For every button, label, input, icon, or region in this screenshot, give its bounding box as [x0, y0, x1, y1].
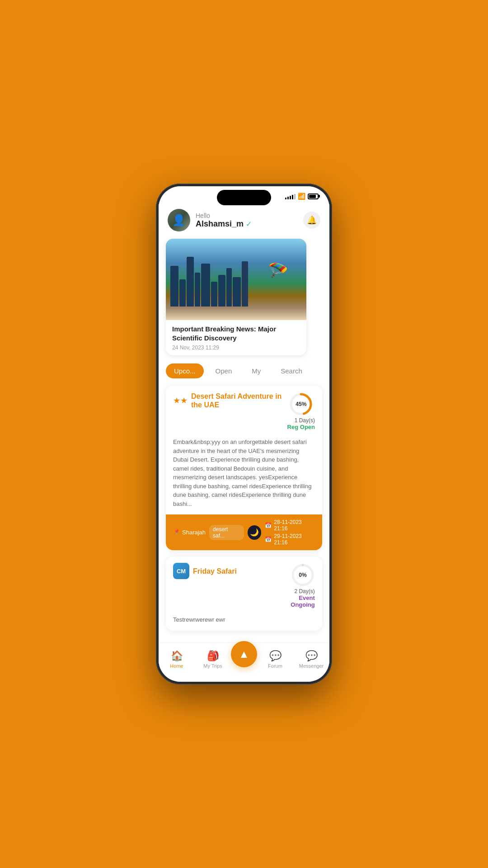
footer-moon-icon: 🌙 — [248, 525, 262, 540]
signal-bar-2 — [287, 197, 289, 199]
event-status-friday: EventOngoing — [291, 594, 314, 608]
tab-open[interactable]: Open — [207, 363, 240, 378]
nav-mytrips[interactable]: 🎒 My Trips — [195, 650, 231, 669]
mytrips-icon: 🎒 — [207, 650, 219, 662]
calendar-icon-end: 📅 — [265, 536, 272, 542]
nav-forum-label: Forum — [268, 663, 282, 669]
event-status-desert: Reg Open — [287, 424, 315, 430]
dynamic-island — [217, 190, 271, 205]
calendar-icon-start: 📅 — [265, 522, 272, 528]
footer-end-date: 📅 29-11-2023 21:16 — [265, 533, 315, 546]
home-icon: 🏠 — [171, 650, 183, 662]
tabs-section: Upco... Open My Search — [159, 361, 329, 383]
hello-text: Hello — [196, 212, 252, 219]
news-title: Important Breaking News: Major Scientifi… — [172, 325, 300, 342]
nav-mytrips-label: My Trips — [203, 663, 222, 669]
avatar-image: 👤 — [168, 209, 190, 231]
signal-bars — [285, 193, 296, 199]
cm-badge: CM — [173, 563, 189, 579]
event-card-top: ★★ Desert Safari Adventure in the UAE 4 — [166, 386, 322, 435]
news-image: 🪂 — [166, 239, 306, 320]
notification-bell[interactable]: 🔔 — [303, 212, 320, 229]
event-desc-desert: Embark&nbsp;yyy on an unforgettable dese… — [166, 435, 322, 514]
phone-frame: 📶 👤 Hello Alshamsi_m ✓ — [156, 184, 332, 684]
footer-start-date: 📅 28-11-2023 21:16 — [265, 519, 315, 532]
signal-bar-1 — [285, 198, 286, 199]
footer-location: 📍 Sharajah — [173, 529, 206, 536]
battery-fill — [309, 195, 316, 198]
wifi-icon: 📶 — [298, 193, 305, 200]
messenger-icon: 💬 — [305, 650, 318, 662]
battery-icon — [308, 193, 319, 199]
signal-bar-4 — [292, 195, 293, 199]
tab-my[interactable]: My — [244, 363, 269, 378]
progress-text-desert: 45% — [296, 401, 306, 407]
building-4 — [195, 273, 200, 307]
building-2 — [179, 279, 186, 307]
event-title-friday: Friday Safari — [193, 567, 237, 576]
event-meta-2: 0% 2 Day(s) EventOngoing — [291, 563, 315, 608]
user-info: Hello Alshamsi_m ✓ — [196, 212, 252, 229]
bottom-nav: 🏠 Home 🎒 My Trips ▲ 💬 Forum 💬 Messenger — [159, 642, 329, 682]
status-icons: 📶 — [285, 193, 319, 200]
tab-search[interactable]: Search — [272, 363, 310, 378]
progress-circle-desert: 45% — [289, 392, 313, 416]
username: Alshamsi_m — [196, 219, 244, 229]
nav-forum[interactable]: 💬 Forum — [257, 650, 293, 669]
nav-messenger[interactable]: 💬 Messenger — [293, 650, 329, 669]
building-6 — [211, 282, 217, 307]
events-section: ★★ Desert Safari Adventure in the UAE 4 — [159, 383, 329, 633]
app-content: 👤 Hello Alshamsi_m ✓ 🔔 — [159, 203, 329, 642]
verified-badge: ✓ — [246, 220, 252, 228]
forum-icon: 💬 — [269, 650, 282, 662]
event-title-desert: Desert Safari Adventure in the UAE — [191, 392, 287, 409]
news-section: 🪂 Important Breaking News: Major Scienti… — [159, 235, 329, 361]
header: 👤 Hello Alshamsi_m ✓ 🔔 — [159, 203, 329, 235]
event-footer-desert: 📍 Sharajah desert saf... 🌙 📅 28-11-2023 … — [166, 514, 322, 550]
event-desc-friday: Testrewrwerewr ewr — [166, 613, 322, 631]
chevron-up-icon: ▲ — [239, 648, 249, 660]
signal-bar-3 — [290, 196, 291, 199]
nav-home[interactable]: 🏠 Home — [159, 650, 195, 669]
event-header: ★★ Desert Safari Adventure in the UAE 4 — [173, 392, 315, 430]
event-title-row: ★★ Desert Safari Adventure in the UAE — [173, 392, 287, 409]
event-card-top-2: CM Friday Safari 0% — [166, 557, 322, 613]
news-date: 24 Nov, 2023 11:29 — [172, 344, 300, 351]
building-1 — [170, 266, 178, 307]
progress-circle-friday: 0% — [291, 563, 315, 587]
username-row: Alshamsi_m ✓ — [196, 219, 252, 229]
flag-parachute: 🪂 — [268, 261, 288, 280]
building-9 — [233, 277, 241, 307]
news-card[interactable]: 🪂 Important Breaking News: Major Scienti… — [166, 239, 306, 355]
location-pin-icon: 📍 — [173, 529, 180, 536]
event-card-friday-safari[interactable]: CM Friday Safari 0% — [166, 557, 322, 631]
building-8 — [226, 268, 232, 307]
status-bar: 📶 — [159, 186, 329, 203]
nav-messenger-label: Messenger — [299, 663, 324, 669]
avatar[interactable]: 👤 — [168, 209, 190, 231]
building-5 — [201, 264, 210, 307]
progress-text-friday: 0% — [299, 572, 306, 578]
header-left: 👤 Hello Alshamsi_m ✓ — [168, 209, 252, 231]
news-body: Important Breaking News: Major Scientifi… — [166, 320, 306, 355]
stars-icon: ★★ — [173, 396, 188, 406]
signal-bar-5 — [294, 194, 296, 199]
event-meta: 45% 1 Day(s) Reg Open — [287, 392, 315, 430]
building-10 — [242, 261, 248, 307]
tab-upcoming[interactable]: Upco... — [166, 363, 204, 378]
footer-dates: 📅 28-11-2023 21:16 📅 29-11-2023 21:16 — [265, 519, 315, 546]
building-3 — [187, 257, 194, 307]
building-7 — [218, 275, 225, 307]
event-title-row-2: CM Friday Safari — [173, 563, 291, 579]
event-header-2: CM Friday Safari 0% — [173, 563, 315, 608]
event-days-desert: 1 Day(s) Reg Open — [287, 417, 315, 430]
nav-home-label: Home — [170, 663, 183, 669]
event-card-desert-safari[interactable]: ★★ Desert Safari Adventure in the UAE 4 — [166, 386, 322, 550]
phone-screen: 📶 👤 Hello Alshamsi_m ✓ — [159, 186, 329, 682]
event-days-friday: 2 Day(s) EventOngoing — [291, 588, 314, 608]
nav-center-button[interactable]: ▲ — [231, 641, 257, 667]
footer-tag: desert saf... — [209, 525, 244, 540]
